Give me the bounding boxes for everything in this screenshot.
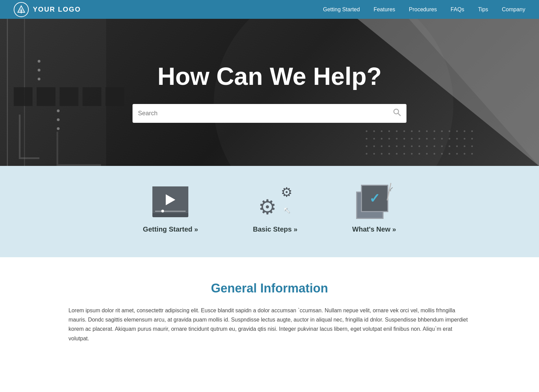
search-bar[interactable] (133, 104, 406, 123)
gear-icon-wrap: ⚙ ⚙ ↖ (258, 185, 292, 219)
svg-line-4 (398, 114, 401, 116)
checkmark-icon: ✓ (369, 191, 380, 206)
cursor-icon: ↖ (283, 205, 291, 215)
video-timeline (155, 211, 186, 212)
nav-getting-started[interactable]: Getting Started (323, 6, 360, 12)
hero-section: How Can We Help? (0, 19, 539, 166)
deco-squares (14, 87, 124, 106)
nav-faqs[interactable]: FAQs (451, 6, 464, 12)
timeline-dot (161, 210, 164, 212)
cards-section: Getting Started » ⚙ ⚙ ↖ Basic Steps » ✓ … (0, 166, 539, 257)
nav-procedures[interactable]: Procedures (409, 6, 437, 12)
logo-icon (14, 2, 29, 17)
general-info-body: Lorem ipsum dolor rit amet, consectettr … (68, 306, 471, 343)
nav-tips[interactable]: Tips (478, 6, 488, 12)
general-section: General Information Lorem ipsum dolor ri… (0, 257, 539, 370)
dots-left-bottom (57, 109, 60, 136)
checklist-icon-wrap: ✓ ↙ (356, 185, 392, 219)
whats-new-label: What's New » (352, 225, 396, 233)
deco-bracket-2 (57, 132, 101, 166)
nav-features[interactable]: Features (374, 6, 395, 12)
navbar: YOUR LOGO Getting Started Features Proce… (0, 0, 539, 19)
checklist-front: ✓ (361, 185, 388, 212)
video-icon-bg (152, 186, 188, 213)
logo-text: YOUR LOGO (33, 5, 81, 13)
nav-company[interactable]: Company (502, 6, 525, 12)
card-getting-started[interactable]: Getting Started » (143, 186, 198, 233)
getting-started-icon (152, 186, 189, 217)
card-whats-new[interactable]: ✓ ↙ What's New » (352, 186, 396, 233)
deco-triangle-inner (409, 19, 539, 166)
deco-bracket-1 (19, 115, 39, 159)
card-basic-steps[interactable]: ⚙ ⚙ ↖ Basic Steps » (253, 186, 297, 233)
getting-started-label: Getting Started » (143, 225, 198, 233)
gear-small-icon: ⚙ (281, 185, 292, 200)
hero-content: How Can We Help? (133, 62, 406, 123)
basic-steps-label: Basic Steps » (253, 225, 297, 233)
play-button-icon (166, 194, 175, 205)
search-input[interactable] (138, 110, 393, 117)
hero-title: How Can We Help? (133, 62, 406, 90)
general-info-title: General Information (68, 281, 471, 296)
logo-area[interactable]: YOUR LOGO (14, 2, 81, 17)
basic-steps-icon: ⚙ ⚙ ↖ (256, 186, 294, 217)
search-icon (393, 108, 401, 118)
deco-dot-grid (366, 130, 477, 159)
gear-main-icon: ⚙ (258, 195, 277, 219)
nav-links: Getting Started Features Procedures FAQs… (323, 6, 525, 13)
dots-left-top (38, 60, 40, 87)
whats-new-icon: ✓ ↙ (355, 186, 393, 217)
